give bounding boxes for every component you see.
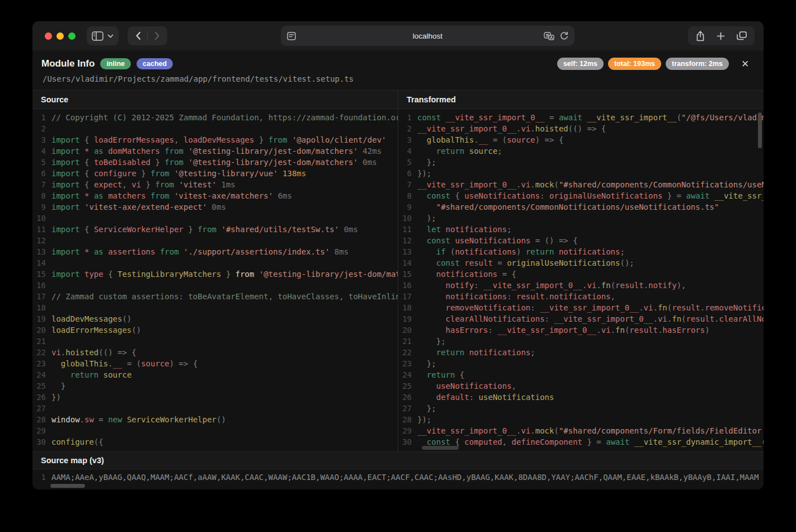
code-panels: Source 1// Copyright (C) 2012-2025 Zamma…	[32, 91, 764, 452]
url-text: localhost	[281, 32, 574, 40]
code-line: 1// Copyright (C) 2012-2025 Zammad Found…	[32, 112, 398, 123]
code-line: 17 notifications: result.notifications,	[398, 291, 764, 302]
code-line: 14	[32, 257, 398, 269]
forward-icon[interactable]	[148, 27, 166, 44]
line-number: 12	[32, 235, 51, 246]
address-bar[interactable]: localhost	[281, 26, 574, 46]
line-number: 3	[32, 134, 51, 145]
line-number: 25	[398, 380, 417, 392]
code-line: 10 );	[398, 213, 764, 224]
line-number: 16	[398, 280, 417, 291]
line-number: 20	[32, 324, 51, 336]
new-tab-icon[interactable]	[717, 32, 725, 40]
line-number: 28	[398, 414, 417, 425]
code-line: 2	[32, 123, 398, 134]
code-line: 15import type { TestingLibraryMatchers }…	[32, 269, 398, 280]
line-number: 25	[32, 380, 51, 392]
line-number: 13	[32, 246, 51, 257]
share-icon[interactable]	[696, 31, 705, 41]
toolbar-right	[688, 26, 755, 45]
line-number: 22	[32, 347, 51, 358]
code-line: 23 };	[398, 358, 764, 369]
code-line: 11import { ServiceWorkerHelper } from '#…	[32, 224, 398, 235]
line-number: 12	[398, 235, 417, 246]
line-number: 17	[32, 291, 51, 302]
code-line: 12	[32, 235, 398, 246]
sidebar-toggle-group	[87, 26, 119, 45]
sourcemap-horizontal-scrollbar[interactable]	[50, 484, 85, 488]
back-icon[interactable]	[129, 27, 147, 44]
code-line: 19 clearAllNotifications: __vite_ssr_imp…	[398, 313, 764, 324]
line-number: 1	[32, 472, 51, 483]
zoom-window-button[interactable]	[68, 32, 76, 40]
code-line: 6});	[398, 168, 764, 179]
timing-badge-1: total: 193ms	[608, 58, 661, 70]
sidebar-icon[interactable]	[92, 31, 103, 41]
close-icon[interactable]: ✕	[739, 58, 751, 70]
code-line: 26 default: useNotifications	[398, 392, 764, 403]
module-info-header: Module Info inlinecached self: 12mstotal…	[32, 50, 764, 91]
code-line: 27 };	[398, 403, 764, 414]
line-number: 26	[32, 392, 51, 403]
code-line: 24 return source	[32, 369, 398, 380]
line-number: 4	[398, 145, 417, 157]
code-line: 20 hasErrors: __vite_ssr_import_0__.vi.f…	[398, 324, 764, 336]
line-number: 21	[32, 336, 51, 347]
translate-icon[interactable]	[544, 32, 554, 40]
line-number: 19	[32, 313, 51, 324]
transformed-panel-title: Transformed	[398, 91, 764, 109]
code-line: 22vi.hoisted(() => {	[32, 347, 398, 358]
line-number: 27	[398, 403, 417, 414]
code-line: 9import 'vitest-axe/extend-expect' 0ms	[32, 201, 398, 213]
browser-chrome: localhost	[32, 21, 764, 50]
code-line: 25 useNotifications,	[398, 380, 764, 392]
code-line: 21	[32, 336, 398, 347]
chevron-down-icon[interactable]	[107, 34, 114, 38]
line-number: 1	[32, 112, 51, 123]
vertical-scrollbar[interactable]	[758, 112, 762, 148]
line-number: 23	[32, 358, 51, 369]
line-number: 6	[398, 168, 417, 179]
line-number: 29	[32, 425, 51, 436]
close-window-button[interactable]	[45, 32, 52, 40]
code-line: 19loadDevMessages()	[32, 313, 398, 324]
code-line: 7__vite_ssr_import_0__.vi.mock("#shared/…	[398, 179, 764, 190]
timing-badges: self: 12mstotal: 193mstransform: 2ms	[557, 58, 729, 70]
line-number: 9	[398, 201, 417, 213]
status-badge-0: inline	[100, 58, 131, 69]
line-number: 18	[398, 302, 417, 313]
code-line: 2__vite_ssr_import_0__.vi.hoisted(() => …	[398, 123, 764, 134]
code-line: 18	[32, 302, 398, 313]
horizontal-scrollbar[interactable]	[422, 446, 459, 450]
code-line: 24 return {	[398, 369, 764, 380]
code-line: 5import { toBeDisabled } from '@testing-…	[32, 157, 398, 168]
code-line: 4 return source;	[398, 145, 764, 157]
line-number: 2	[32, 123, 51, 134]
line-number: 3	[398, 134, 417, 145]
tab-overview-icon[interactable]	[737, 31, 747, 40]
status-badge-1: cached	[136, 58, 173, 69]
code-line: 7import { expect, vi } from 'vitest' 1ms	[32, 179, 398, 190]
page-title: Module Info	[41, 58, 95, 69]
traffic-lights	[45, 32, 76, 40]
code-line: 6import { configure } from '@testing-lib…	[32, 168, 398, 179]
code-line: 5 };	[398, 157, 764, 168]
code-line: 16 notify: __vite_ssr_import_0__.vi.fn(r…	[398, 280, 764, 291]
code-line: 28window.sw = new ServiceWorkerHelper()	[32, 414, 398, 425]
reload-icon[interactable]	[560, 31, 568, 40]
code-line: 27	[32, 403, 398, 414]
line-number: 26	[398, 392, 417, 403]
line-number: 11	[32, 224, 51, 235]
line-number: 27	[32, 403, 51, 414]
timing-badge-2: transform: 2ms	[666, 58, 729, 70]
code-line: 11 let notifications;	[398, 224, 764, 235]
line-number: 21	[398, 336, 417, 347]
code-line: 1const __vite_ssr_import_0__ = await __v…	[398, 112, 764, 123]
code-line: 23 globalThis.__ = (source) => {	[32, 358, 398, 369]
code-line: 8 const { useNotifications: originalUseN…	[398, 190, 764, 201]
line-number: 19	[398, 313, 417, 324]
minimize-window-button[interactable]	[56, 32, 64, 40]
code-line: 13 if (notifications) return notificatio…	[398, 246, 764, 257]
line-number: 28	[32, 414, 51, 425]
address-bar-actions	[544, 31, 568, 40]
